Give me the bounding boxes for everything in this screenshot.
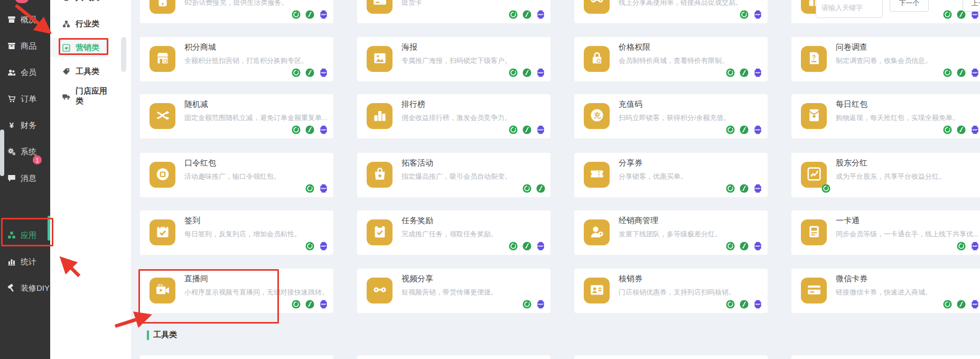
h5-platform-icon[interactable] [957,125,966,134]
miniapp-platform-icon[interactable] [943,300,952,309]
sidebar-item-5[interactable]: ¥财务 [0,112,50,139]
app-card[interactable]: 视频分享短视频营销，带货传播更便捷。WAP [357,269,550,313]
sidebar-item-8[interactable]: 应用 [0,222,50,248]
miniapp-platform-icon[interactable] [943,125,952,134]
wap-platform-icon[interactable]: WAP [536,125,545,134]
wap-platform-icon[interactable]: WAP [536,10,545,19]
miniapp-platform-icon[interactable] [726,184,735,193]
app-card-partial[interactable] [140,355,333,359]
app-card[interactable]: 拓客活动指定爆品推广，吸引会员自动裂变。 [357,153,550,197]
h5-platform-icon[interactable] [740,125,749,134]
wap-platform-icon[interactable]: WAP [319,10,328,19]
sidebar-item-1[interactable]: 概况 [0,6,50,33]
miniapp-platform-icon[interactable] [957,242,966,251]
app-card[interactable]: 每日红包购物返现，每天抢红包，实现全额免单。WAP [791,94,980,139]
category-item-2[interactable]: 行业类 [50,12,109,36]
search-input[interactable] [816,0,883,18]
wap-platform-icon[interactable]: WAP [753,300,762,309]
h5-platform-icon[interactable] [522,10,531,19]
sidebar-item-2[interactable]: 商品 [0,33,50,59]
wap-platform-icon[interactable]: WAP [753,125,762,134]
app-card[interactable]: 股东分红成为平台股东，共享平台收益分红。 [791,153,980,197]
category-item-5[interactable]: 门店应用类 [50,84,109,108]
app-card[interactable]: 积分商城全额积分抵扣营销，打造积分换购专区。WAP [140,37,333,81]
wap-platform-icon[interactable]: WAP [970,300,979,309]
h5-platform-icon[interactable] [957,68,966,77]
miniapp-platform-icon[interactable] [292,68,301,77]
wap-platform-icon[interactable]: WAP [970,242,979,251]
h5-platform-icon[interactable] [305,300,314,309]
sidebar-item-6[interactable]: 系统 [0,139,50,165]
h5-platform-icon[interactable] [522,242,531,251]
app-card[interactable]: 口令红包活动趣味推广，输口令领红包。WAP [140,153,333,197]
sidebar-item-9[interactable]: 统计 [0,248,50,275]
wap-platform-icon[interactable]: WAP [753,10,762,19]
h5-platform-icon[interactable] [957,300,966,309]
app-card[interactable]: 直播间小程序显示视频号直播间，无缝对接快速跳转。WAP [140,269,333,313]
app-card[interactable]: 价格权限会员制特价商城，查看特价有限制。WAP [574,37,768,81]
app-card[interactable]: 排行榜佣金收益排行榜，激发会员竞争力。WAP [357,94,550,139]
app-card[interactable]: 经销商管理发展下线团队，多等级极差分红。WAP [574,210,768,255]
miniapp-platform-icon[interactable] [726,125,735,134]
sidebar-item-4[interactable]: 订单 [0,86,50,112]
miniapp-platform-icon[interactable] [726,242,735,251]
miniapp-platform-icon[interactable] [509,68,518,77]
sidebar-item-7[interactable]: 消息1 [0,165,50,191]
h5-platform-icon[interactable] [305,125,314,134]
sidebar-item-10[interactable]: 装修DIY [0,275,50,301]
find-prev-button[interactable]: 上一个 [963,0,980,12]
miniapp-platform-icon[interactable] [292,125,301,134]
app-card[interactable]: 签到每日签到，反复到店，增加会员粘性。WAP [140,210,333,255]
category-item-3[interactable]: 营销类 [50,38,109,57]
miniapp-platform-icon[interactable] [943,68,952,77]
app-card[interactable]: 充充值码扫码立即锁客，获得积分/余额充值。WAP [574,94,768,139]
miniapp-platform-icon[interactable] [740,10,749,19]
app-card[interactable]: 分享券分享锁客，优惠买单。WAP [574,153,768,197]
wap-platform-icon[interactable]: WAP [970,125,979,134]
miniapp-platform-icon[interactable] [726,300,735,309]
wap-platform-icon[interactable]: WAP [536,68,545,77]
h5-platform-icon[interactable] [740,184,749,193]
app-card[interactable]: 提货卡WAP [357,0,550,23]
wap-platform-icon[interactable]: WAP [536,300,545,309]
h5-platform-icon[interactable] [522,68,531,77]
h5-platform-icon[interactable] [305,10,314,19]
miniapp-platform-icon[interactable] [509,10,518,19]
wap-platform-icon[interactable]: WAP [319,242,328,251]
app-card[interactable]: 92折话费慢充，提供生活类服务。WAP [140,0,333,23]
wap-platform-icon[interactable]: WAP [536,242,545,251]
app-card-partial[interactable] [791,355,980,359]
h5-platform-icon[interactable] [522,125,531,134]
app-card[interactable]: 线上分享高使用率，链接商品促成交易。WAP [574,0,768,23]
wap-platform-icon[interactable]: WAP [753,184,762,193]
miniapp-platform-icon[interactable] [726,68,735,77]
miniapp-platform-icon[interactable] [509,125,518,134]
wap-platform-icon[interactable]: WAP [753,68,762,77]
miniapp-platform-icon[interactable] [292,10,301,19]
page-scrollbar-thumb[interactable] [0,130,4,176]
sidebar-item-3[interactable]: 会员 [0,59,50,86]
app-card-partial[interactable] [357,355,550,359]
miniapp-platform-icon[interactable] [522,300,531,309]
miniapp-platform-icon[interactable] [509,242,518,251]
miniapp-platform-icon[interactable] [822,184,830,193]
find-next-button[interactable]: 下一个 [890,0,929,12]
h5-platform-icon[interactable] [740,68,749,77]
wap-platform-icon[interactable]: WAP [319,184,328,193]
wap-platform-icon[interactable]: WAP [319,300,328,309]
wap-platform-icon[interactable]: WAP [319,125,328,134]
category-item-4[interactable]: 工具类 [50,59,109,84]
sidebar-scrollbar-thumb[interactable] [121,37,126,72]
miniapp-platform-icon[interactable] [305,184,314,193]
app-card[interactable]: 海报专属推广海报，扫码锁定下级客户。WAP [357,37,550,81]
miniapp-platform-icon[interactable] [522,184,531,193]
category-item-1[interactable]: 人气类 [50,0,109,10]
app-card[interactable]: 微信卡券链接微信卡券，快速进入商城。WAP [791,269,980,313]
h5-platform-icon[interactable] [740,300,749,309]
app-card-partial[interactable] [574,355,768,359]
wap-platform-icon[interactable]: WAP [753,242,762,251]
h5-platform-icon[interactable] [740,242,749,251]
wap-platform-icon[interactable]: WAP [319,68,328,77]
app-card[interactable]: ?问卷调查制定调查问卷，收集会员信息。WAP [791,37,980,81]
app-card[interactable]: 随机减固定金额范围随机立减，避免订单金额重复单...WAP [140,94,333,139]
